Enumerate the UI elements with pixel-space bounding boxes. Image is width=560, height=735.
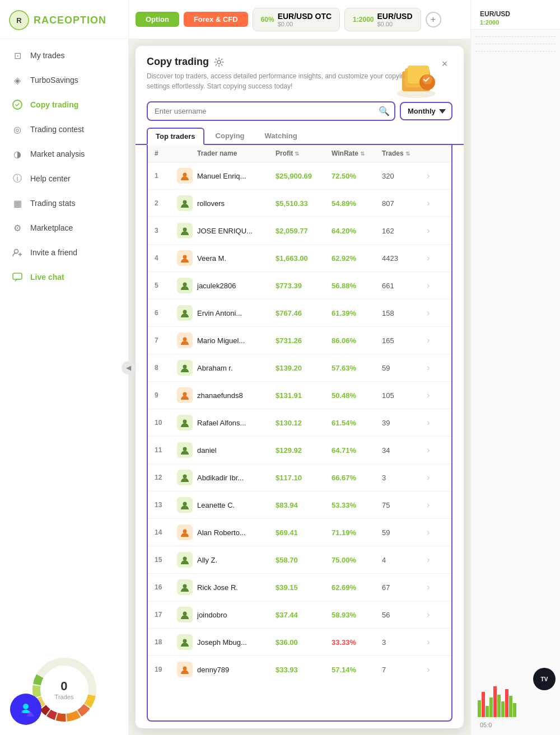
row-chevron-icon: › (427, 445, 445, 455)
row-avatar (177, 442, 193, 458)
live-chat-icon (11, 271, 24, 283)
table-body: 1 Manuel Enriq... $25,900.69 72.50% 320 … (148, 162, 451, 683)
profit-sort-icon: ⇅ (295, 151, 299, 157)
sidebar-label-marketplace: Marketplace (30, 223, 73, 232)
table-row[interactable]: 4 Veera M. $1,663.00 62.92% 4423 › (148, 245, 451, 272)
option-button[interactable]: Option (136, 12, 179, 27)
table-row[interactable]: 12 Abdikadir Ibr... $117.10 66.67% 3 › (148, 464, 451, 491)
sidebar-label-trading-stats: Trading stats (30, 199, 75, 208)
add-pair-button[interactable]: + (426, 12, 441, 27)
svg-point-28 (183, 310, 187, 314)
svg-point-35 (183, 502, 187, 506)
row-rank: 3 (155, 227, 177, 235)
divider-line (475, 36, 556, 37)
svg-point-15 (23, 704, 29, 709)
table-row[interactable]: 13 Leanette C. $83.94 53.33% 75 › (148, 491, 451, 519)
table-row[interactable]: 2 rollovers $5,510.33 54.89% 807 › (148, 190, 451, 217)
table-row[interactable]: 5 jaculek2806 $773.39 56.88% 661 › (148, 272, 451, 299)
row-profit: $131.91 (276, 391, 332, 400)
search-wrapper: 🔍 (147, 101, 395, 121)
sidebar-item-help-center[interactable]: ⓘ Help center (0, 166, 128, 191)
tab-watching[interactable]: Watching (256, 127, 306, 144)
sidebar-label-help-center: Help center (30, 174, 71, 183)
bar (482, 692, 485, 717)
forex-button[interactable]: Forex & CFD (184, 12, 248, 27)
row-avatar (177, 168, 193, 184)
right-pair-ratio: 1:2000 (475, 19, 556, 26)
svg-point-36 (183, 530, 187, 533)
table-row[interactable]: 6 Ervin Antoni... $767.46 61.39% 158 › (148, 299, 451, 327)
table-row[interactable]: 10 Rafael Alfons... $130.12 61.54% 39 › (148, 409, 451, 437)
table-row[interactable]: 3 JOSE ENRIQU... $2,059.77 64.20% 162 › (148, 217, 451, 245)
divider-line (475, 51, 556, 52)
sidebar-nav: ⊡ My trades ◈ TurboSavings Copy trading … (0, 39, 128, 640)
sidebar-label-trading-contest: Trading contest (30, 125, 84, 134)
bar (501, 701, 505, 717)
svg-point-32 (183, 420, 187, 424)
pair-chip-eurusd-otc[interactable]: 60% EUR/USD OTC $0.00 (253, 8, 340, 31)
row-rank: 15 (155, 556, 177, 564)
row-avatar (177, 305, 193, 321)
row-chevron-icon: › (427, 253, 445, 263)
sidebar-item-marketplace[interactable]: ⚙ Marketplace (0, 216, 128, 240)
tab-copying[interactable]: Copying (207, 127, 254, 144)
sidebar-label-copy-trading: Copy trading (30, 100, 78, 109)
sidebar-item-market-analysis[interactable]: ◑ Market analysis (0, 142, 128, 166)
row-rank: 4 (155, 254, 177, 262)
row-rank: 12 (155, 474, 177, 481)
row-profit: $69.41 (276, 528, 332, 537)
search-input[interactable] (147, 101, 395, 121)
row-chevron-icon: › (427, 171, 445, 181)
svg-point-27 (183, 283, 187, 287)
bar (478, 700, 481, 717)
tradingview-badge[interactable]: TV (533, 668, 556, 690)
table-row[interactable]: 1 Manuel Enriq... $25,900.69 72.50% 320 … (148, 162, 451, 190)
period-select[interactable]: Monthly Weekly Daily All time (400, 102, 452, 120)
row-name: jaculek2806 (197, 282, 276, 290)
traders-table[interactable]: # Trader name Profit⇅ WinRate⇅ Trades⇅ 1… (147, 145, 452, 722)
table-row[interactable]: 11 daniel $129.92 64.71% 34 › (148, 437, 451, 464)
sidebar-item-copy-trading[interactable]: Copy trading (0, 92, 128, 117)
row-winrate: 57.14% (332, 666, 382, 674)
row-profit: $39.15 (276, 583, 332, 592)
tab-top-traders[interactable]: Top traders (147, 128, 204, 145)
row-winrate: 56.88% (332, 282, 382, 290)
row-trades: 3 (382, 474, 427, 482)
table-row[interactable]: 19 denny789 $33.93 57.14% 7 › (148, 656, 451, 683)
table-row[interactable]: 7 Mario Miguel... $731.26 86.06% 165 › (148, 327, 451, 354)
row-chevron-icon: › (427, 637, 445, 647)
avatar-badge[interactable] (10, 694, 41, 725)
table-row[interactable]: 16 Rick Jose R. $39.15 62.69% 67 › (148, 574, 451, 601)
table-row[interactable]: 8 Abraham r. $139.20 57.63% 59 › (148, 354, 451, 382)
trades-icon: ⊡ (11, 49, 24, 62)
pair-chip-eurusd[interactable]: 1:2000 EUR/USD $0.00 (344, 8, 421, 31)
row-chevron-icon: › (427, 226, 445, 236)
help-icon: ⓘ (11, 172, 24, 185)
table-row[interactable]: 17 joindobro $37.44 58.93% 56 › (148, 601, 451, 629)
marketplace-icon: ⚙ (11, 222, 24, 234)
row-profit: $83.94 (276, 501, 332, 509)
table-row[interactable]: 9 zhanaefunds8 $131.91 50.48% 105 › (148, 382, 451, 409)
sidebar-collapse-button[interactable]: ◀ (122, 361, 135, 374)
row-trades: 162 (382, 227, 427, 235)
sidebar-item-turbo-savings[interactable]: ◈ TurboSavings (0, 68, 128, 92)
row-trades: 34 (382, 446, 427, 455)
row-winrate: 58.93% (332, 611, 382, 619)
sidebar-item-trading-stats[interactable]: ▦ Trading stats (0, 191, 128, 216)
sidebar-item-my-trades[interactable]: ⊡ My trades (0, 43, 128, 68)
settings-icon (213, 57, 225, 68)
row-trades: 4 (382, 556, 427, 564)
sidebar-item-live-chat[interactable]: Live chat (0, 265, 128, 289)
sidebar-item-invite-friend[interactable]: Invite a friend (0, 240, 128, 265)
row-winrate: 72.50% (332, 172, 382, 180)
row-name: Rick Jose R. (197, 583, 276, 592)
sidebar-label-my-trades: My trades (30, 51, 64, 60)
row-rank: 11 (155, 446, 177, 454)
table-row[interactable]: 15 Ally Z. $58.70 75.00% 4 › (148, 546, 451, 574)
col-avatar (177, 149, 197, 157)
table-row[interactable]: 14 Alan Roberto... $69.41 71.19% 59 › (148, 519, 451, 546)
modal-hero-graphic (391, 52, 441, 102)
row-chevron-icon: › (427, 418, 445, 428)
table-row[interactable]: 18 Joseph Mbug... $36.00 33.33% 3 › (148, 629, 451, 656)
sidebar-item-trading-contest[interactable]: ◎ Trading contest (0, 117, 128, 142)
